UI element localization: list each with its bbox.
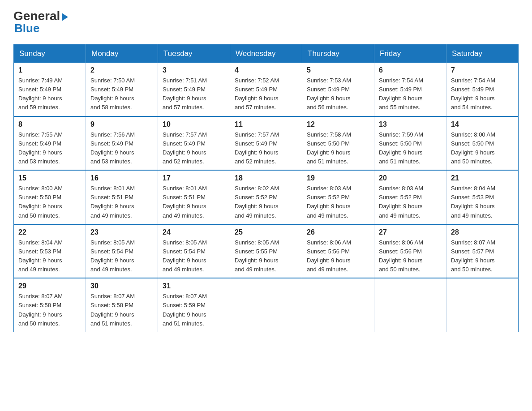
calendar-day-cell: 10 Sunrise: 7:57 AMSunset: 5:49 PMDaylig… xyxy=(158,116,230,171)
day-number: 6 xyxy=(379,66,442,74)
calendar-day-cell: 13 Sunrise: 7:59 AMSunset: 5:50 PMDaylig… xyxy=(374,116,446,171)
weekday-header-saturday: Saturday xyxy=(446,45,519,63)
day-number: 18 xyxy=(235,174,297,182)
calendar-day-cell: 1 Sunrise: 7:49 AMSunset: 5:49 PMDayligh… xyxy=(14,63,86,116)
calendar-day-cell xyxy=(446,278,519,332)
day-number: 4 xyxy=(235,66,297,74)
day-info: Sunrise: 8:07 AMSunset: 5:59 PMDaylight:… xyxy=(163,293,207,326)
calendar-day-cell: 2 Sunrise: 7:50 AMSunset: 5:49 PMDayligh… xyxy=(86,63,158,116)
calendar-day-cell: 27 Sunrise: 8:06 AMSunset: 5:56 PMDaylig… xyxy=(374,224,446,278)
day-number: 28 xyxy=(451,228,514,236)
day-number: 30 xyxy=(90,282,153,290)
weekday-header-thursday: Thursday xyxy=(302,45,374,63)
calendar-day-cell: 22 Sunrise: 8:04 AMSunset: 5:53 PMDaylig… xyxy=(14,224,86,278)
calendar-day-cell: 6 Sunrise: 7:54 AMSunset: 5:49 PMDayligh… xyxy=(374,63,446,116)
calendar-day-cell xyxy=(302,278,374,332)
day-number: 11 xyxy=(235,120,297,128)
weekday-header-sunday: Sunday xyxy=(14,45,86,63)
calendar-day-cell: 4 Sunrise: 7:52 AMSunset: 5:49 PMDayligh… xyxy=(230,63,302,116)
day-number: 24 xyxy=(163,228,225,236)
day-number: 3 xyxy=(163,66,225,74)
calendar-day-cell: 7 Sunrise: 7:54 AMSunset: 5:49 PMDayligh… xyxy=(446,63,519,116)
page-header: General Blue xyxy=(13,9,519,35)
calendar-day-cell: 11 Sunrise: 7:57 AMSunset: 5:49 PMDaylig… xyxy=(230,116,302,171)
day-number: 10 xyxy=(163,120,225,128)
day-info: Sunrise: 8:06 AMSunset: 5:56 PMDaylight:… xyxy=(307,239,351,273)
day-info: Sunrise: 8:01 AMSunset: 5:51 PMDaylight:… xyxy=(163,185,207,218)
day-info: Sunrise: 7:50 AMSunset: 5:49 PMDaylight:… xyxy=(90,77,135,111)
day-info: Sunrise: 7:59 AMSunset: 5:50 PMDaylight:… xyxy=(379,131,423,165)
calendar-day-cell xyxy=(374,278,446,332)
day-info: Sunrise: 7:56 AMSunset: 5:49 PMDaylight:… xyxy=(90,131,135,165)
day-number: 1 xyxy=(18,66,81,74)
day-number: 27 xyxy=(379,228,442,236)
day-info: Sunrise: 8:07 AMSunset: 5:58 PMDaylight:… xyxy=(90,293,135,326)
calendar-day-cell: 26 Sunrise: 8:06 AMSunset: 5:56 PMDaylig… xyxy=(302,224,374,278)
calendar-day-cell: 29 Sunrise: 8:07 AMSunset: 5:58 PMDaylig… xyxy=(14,278,86,332)
calendar-week-row: 22 Sunrise: 8:04 AMSunset: 5:53 PMDaylig… xyxy=(14,224,519,278)
weekday-header-row: SundayMondayTuesdayWednesdayThursdayFrid… xyxy=(14,45,519,63)
day-info: Sunrise: 8:07 AMSunset: 5:57 PMDaylight:… xyxy=(451,239,495,273)
day-info: Sunrise: 8:05 AMSunset: 5:54 PMDaylight:… xyxy=(163,239,207,273)
calendar-day-cell xyxy=(230,278,302,332)
day-info: Sunrise: 7:57 AMSunset: 5:49 PMDaylight:… xyxy=(163,131,207,165)
day-number: 5 xyxy=(307,66,369,74)
day-info: Sunrise: 8:04 AMSunset: 5:53 PMDaylight:… xyxy=(18,239,63,273)
day-number: 31 xyxy=(163,282,225,290)
calendar-week-row: 29 Sunrise: 8:07 AMSunset: 5:58 PMDaylig… xyxy=(14,278,519,332)
day-number: 12 xyxy=(307,120,369,128)
logo: General Blue xyxy=(13,9,68,35)
day-info: Sunrise: 8:00 AMSunset: 5:50 PMDaylight:… xyxy=(18,185,63,218)
day-info: Sunrise: 7:51 AMSunset: 5:49 PMDaylight:… xyxy=(163,77,207,111)
day-info: Sunrise: 7:53 AMSunset: 5:49 PMDaylight:… xyxy=(307,77,351,111)
calendar-day-cell: 3 Sunrise: 7:51 AMSunset: 5:49 PMDayligh… xyxy=(158,63,230,116)
day-info: Sunrise: 7:52 AMSunset: 5:49 PMDaylight:… xyxy=(235,77,279,111)
calendar-day-cell: 19 Sunrise: 8:03 AMSunset: 5:52 PMDaylig… xyxy=(302,170,374,224)
logo-arrow-icon xyxy=(62,13,68,21)
day-number: 23 xyxy=(90,228,153,236)
calendar-day-cell: 8 Sunrise: 7:55 AMSunset: 5:49 PMDayligh… xyxy=(14,116,86,171)
calendar-day-cell: 5 Sunrise: 7:53 AMSunset: 5:49 PMDayligh… xyxy=(302,63,374,116)
day-info: Sunrise: 8:06 AMSunset: 5:56 PMDaylight:… xyxy=(379,239,423,273)
day-info: Sunrise: 7:58 AMSunset: 5:50 PMDaylight:… xyxy=(307,131,351,165)
calendar-day-cell: 25 Sunrise: 8:05 AMSunset: 5:55 PMDaylig… xyxy=(230,224,302,278)
day-info: Sunrise: 8:03 AMSunset: 5:52 PMDaylight:… xyxy=(379,185,423,218)
calendar-day-cell: 9 Sunrise: 7:56 AMSunset: 5:49 PMDayligh… xyxy=(86,116,158,171)
day-number: 16 xyxy=(90,174,153,182)
day-number: 25 xyxy=(235,228,297,236)
calendar-week-row: 15 Sunrise: 8:00 AMSunset: 5:50 PMDaylig… xyxy=(14,170,519,224)
day-info: Sunrise: 8:02 AMSunset: 5:52 PMDaylight:… xyxy=(235,185,279,218)
day-info: Sunrise: 8:04 AMSunset: 5:53 PMDaylight:… xyxy=(451,185,495,218)
day-info: Sunrise: 7:54 AMSunset: 5:49 PMDaylight:… xyxy=(379,77,423,111)
day-number: 8 xyxy=(18,120,81,128)
calendar-day-cell: 30 Sunrise: 8:07 AMSunset: 5:58 PMDaylig… xyxy=(86,278,158,332)
day-info: Sunrise: 8:05 AMSunset: 5:55 PMDaylight:… xyxy=(235,239,279,273)
calendar-day-cell: 14 Sunrise: 8:00 AMSunset: 5:50 PMDaylig… xyxy=(446,116,519,171)
day-number: 15 xyxy=(18,174,81,182)
day-number: 14 xyxy=(451,120,514,128)
day-number: 26 xyxy=(307,228,369,236)
day-info: Sunrise: 8:00 AMSunset: 5:50 PMDaylight:… xyxy=(451,131,495,165)
day-info: Sunrise: 7:55 AMSunset: 5:49 PMDaylight:… xyxy=(18,131,63,165)
logo-blue: Blue xyxy=(14,21,39,35)
calendar-week-row: 8 Sunrise: 7:55 AMSunset: 5:49 PMDayligh… xyxy=(14,116,519,171)
calendar-day-cell: 18 Sunrise: 8:02 AMSunset: 5:52 PMDaylig… xyxy=(230,170,302,224)
day-number: 29 xyxy=(18,282,81,290)
day-number: 17 xyxy=(163,174,225,182)
day-number: 22 xyxy=(18,228,81,236)
day-number: 19 xyxy=(307,174,369,182)
calendar-table: SundayMondayTuesdayWednesdayThursdayFrid… xyxy=(13,44,519,332)
day-info: Sunrise: 7:49 AMSunset: 5:49 PMDaylight:… xyxy=(18,77,63,111)
calendar-day-cell: 24 Sunrise: 8:05 AMSunset: 5:54 PMDaylig… xyxy=(158,224,230,278)
day-number: 20 xyxy=(379,174,442,182)
calendar-day-cell: 12 Sunrise: 7:58 AMSunset: 5:50 PMDaylig… xyxy=(302,116,374,171)
calendar-day-cell: 31 Sunrise: 8:07 AMSunset: 5:59 PMDaylig… xyxy=(158,278,230,332)
calendar-day-cell: 17 Sunrise: 8:01 AMSunset: 5:51 PMDaylig… xyxy=(158,170,230,224)
day-number: 21 xyxy=(451,174,514,182)
day-info: Sunrise: 8:01 AMSunset: 5:51 PMDaylight:… xyxy=(90,185,135,218)
day-info: Sunrise: 7:54 AMSunset: 5:49 PMDaylight:… xyxy=(451,77,495,111)
day-info: Sunrise: 7:57 AMSunset: 5:49 PMDaylight:… xyxy=(235,131,279,165)
day-number: 9 xyxy=(90,120,153,128)
day-number: 2 xyxy=(90,66,153,74)
calendar-day-cell: 15 Sunrise: 8:00 AMSunset: 5:50 PMDaylig… xyxy=(14,170,86,224)
